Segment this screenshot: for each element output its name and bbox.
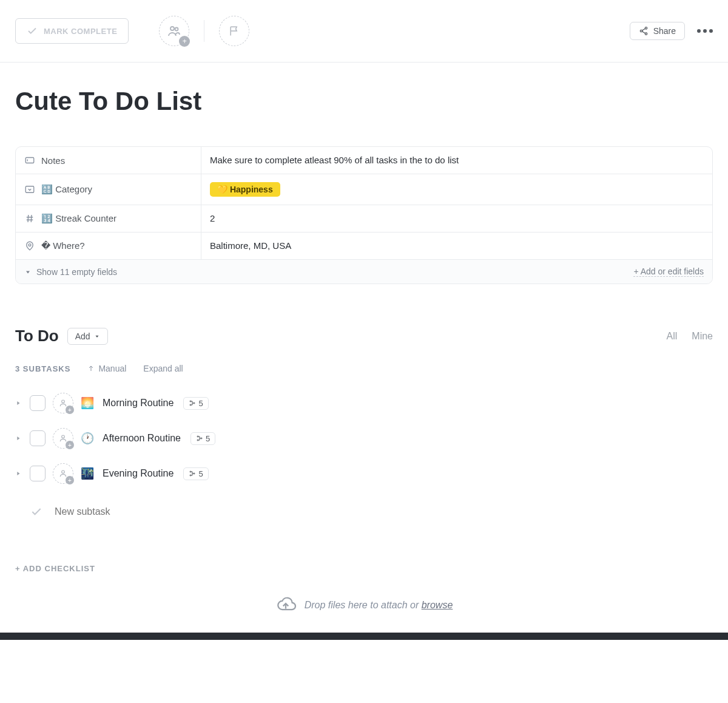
task-emoji: 🌅 [81, 396, 94, 410]
person-icon [58, 433, 68, 443]
assignee-slot[interactable] [53, 393, 73, 413]
new-subtask-row[interactable] [15, 495, 713, 536]
add-button[interactable]: Add [67, 328, 108, 345]
flag-button[interactable] [219, 16, 249, 46]
new-subtask-input[interactable] [55, 506, 297, 517]
svg-point-24 [62, 435, 65, 438]
task-name[interactable]: Morning Routine [103, 398, 174, 409]
add-checklist-button[interactable]: + ADD CHECKLIST [0, 540, 728, 579]
page-title[interactable]: Cute To Do List [0, 63, 728, 146]
task-checkbox[interactable] [30, 395, 46, 411]
svg-rect-9 [25, 186, 34, 193]
sort-button[interactable]: Manual [87, 364, 126, 373]
hash-icon [24, 213, 35, 224]
svg-point-20 [190, 401, 191, 402]
field-value-where[interactable]: Baltimore, MD, USA [201, 233, 712, 259]
field-label[interactable]: 🔠 Category [16, 174, 201, 205]
dropzone-text: Drop files here to attach or browse [305, 600, 453, 611]
field-value-streak[interactable]: 2 [201, 205, 712, 232]
field-value-notes[interactable]: Make sure to complete atleast 90% of all… [201, 147, 712, 174]
task-name[interactable]: Evening Routine [103, 468, 174, 479]
subtask-count-badge[interactable]: 5 [190, 432, 215, 445]
svg-line-6 [642, 32, 645, 33]
browse-link[interactable]: browse [422, 600, 453, 610]
mark-complete-label: MARK COMPLETE [44, 27, 117, 36]
more-menu-button[interactable] [697, 29, 713, 33]
assignee-slot[interactable] [53, 428, 73, 449]
filter-all[interactable]: All [667, 331, 678, 342]
svg-marker-23 [17, 436, 19, 440]
svg-point-1 [175, 28, 178, 31]
field-row-where: � Where? Baltimore, MD, USA [16, 233, 712, 260]
expand-caret[interactable] [15, 470, 22, 477]
svg-point-32 [194, 473, 195, 474]
arrow-up-icon [87, 365, 95, 372]
task-row: 🌃Evening Routine5 [15, 456, 713, 491]
subtasks-icon [189, 399, 196, 407]
person-icon [58, 469, 68, 478]
attachment-dropzone[interactable]: Drop files here to attach or browse [0, 579, 728, 633]
task-row: 🌅Morning Routine5 [15, 385, 713, 421]
svg-line-12 [28, 215, 29, 222]
subtask-count-badge[interactable]: 5 [183, 397, 208, 410]
custom-fields-table: Notes Make sure to complete atleast 90% … [15, 146, 713, 284]
expand-all-button[interactable]: Expand all [143, 364, 183, 373]
svg-marker-18 [17, 401, 19, 405]
bottom-bar [0, 633, 728, 640]
field-label[interactable]: 🔢 Streak Counter [16, 205, 201, 232]
svg-marker-16 [95, 335, 98, 337]
svg-marker-28 [17, 472, 19, 475]
svg-point-27 [201, 438, 202, 439]
svg-point-26 [197, 440, 198, 441]
dot-icon [709, 29, 713, 33]
expand-caret[interactable] [15, 435, 22, 441]
person-icon [58, 398, 68, 408]
task-row: 🕐Afternoon Routine5 [15, 421, 713, 456]
subtasks-icon [189, 470, 196, 477]
people-icon [167, 24, 181, 38]
svg-marker-15 [26, 271, 30, 273]
field-value-category[interactable]: 💛 Happiness [201, 174, 712, 205]
flag-icon [228, 25, 240, 37]
field-row-streak: 🔢 Streak Counter 2 [16, 205, 712, 233]
svg-point-22 [194, 402, 195, 404]
fields-footer: Show 11 empty fields + Add or edit field… [16, 260, 712, 284]
text-icon [24, 155, 35, 166]
share-label: Share [653, 26, 676, 36]
share-button[interactable]: Share [630, 22, 685, 40]
subtask-count-badge[interactable]: 5 [183, 467, 208, 480]
divider [204, 20, 204, 42]
svg-point-29 [62, 470, 65, 474]
expand-caret[interactable] [15, 400, 22, 406]
field-row-category: 🔠 Category 💛 Happiness [16, 174, 712, 205]
svg-point-19 [62, 400, 65, 403]
task-checkbox[interactable] [30, 430, 46, 446]
dropdown-icon [24, 184, 35, 195]
check-icon [30, 506, 42, 518]
filter-mine[interactable]: Mine [692, 331, 713, 342]
add-edit-fields-button[interactable]: + Add or edit fields [633, 267, 704, 277]
assignees-button[interactable]: + [159, 16, 189, 46]
location-icon [24, 240, 35, 251]
category-tag: 💛 Happiness [210, 182, 280, 197]
subtask-count: 3 SUBTASKS [15, 364, 70, 373]
svg-line-5 [642, 29, 645, 30]
task-checkbox[interactable] [30, 466, 46, 481]
show-empty-fields-button[interactable]: Show 11 empty fields [24, 267, 117, 277]
subtasks-icon [196, 435, 203, 442]
plus-badge-icon: + [179, 36, 190, 47]
svg-point-31 [190, 475, 191, 476]
dot-icon [697, 29, 701, 33]
check-icon [27, 25, 38, 36]
mark-complete-button[interactable]: MARK COMPLETE [15, 18, 129, 44]
assignee-slot[interactable] [53, 463, 73, 484]
task-name[interactable]: Afternoon Routine [103, 433, 181, 444]
task-emoji: 🕐 [81, 432, 94, 445]
svg-point-21 [190, 404, 191, 406]
field-row-notes: Notes Make sure to complete atleast 90% … [16, 147, 712, 174]
svg-rect-7 [25, 158, 34, 163]
svg-point-25 [197, 436, 198, 437]
field-label[interactable]: � Where? [16, 233, 201, 259]
field-label[interactable]: Notes [16, 147, 201, 174]
section-title[interactable]: To Do [15, 327, 59, 345]
